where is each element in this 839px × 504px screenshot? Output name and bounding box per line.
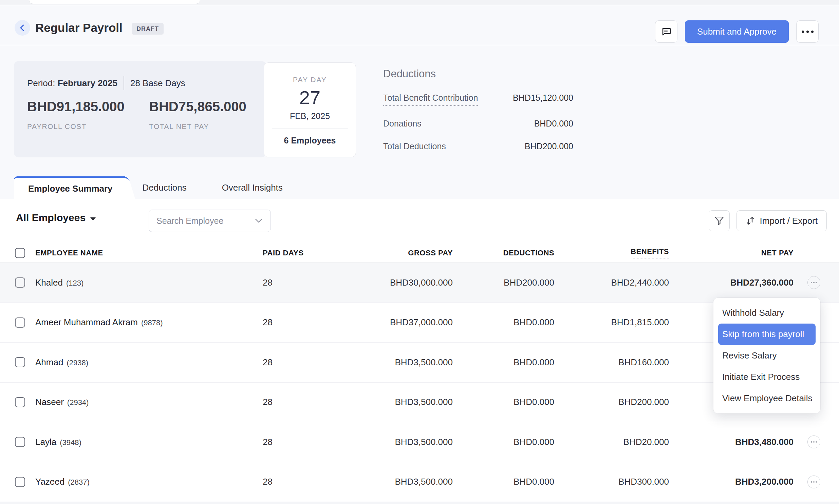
row-checkbox[interactable] [15, 437, 25, 447]
paid-days-value: 28 [263, 397, 324, 407]
period-value: February 2025 [58, 78, 118, 88]
employee-filter-label: All Employees [16, 212, 86, 223]
page-title: Regular Payroll [35, 21, 123, 35]
filter-button[interactable] [709, 210, 730, 231]
menu-item-view-employee-details[interactable]: View Employee Details [718, 388, 816, 409]
total-benefit-contribution-value: BHD15,120.000 [513, 93, 573, 103]
row-more-button[interactable] [807, 435, 820, 448]
payday-day: 27 [264, 87, 356, 109]
select-all-checkbox[interactable] [15, 248, 25, 258]
tab-overall-insights[interactable]: Overall Insights [204, 176, 300, 199]
employee-id: (9878) [141, 319, 163, 327]
column-header-gross-pay: GROSS PAY [324, 249, 453, 257]
menu-item-withhold-salary[interactable]: Withhold Salary [718, 302, 816, 324]
period-card: Period: February 2025 28 Base Days BHD91… [14, 61, 266, 157]
benefits-value: BHD2,440.000 [554, 277, 669, 288]
tab-employee-summary[interactable]: Employee Summary [14, 176, 125, 199]
total-net-pay-block: BHD75,865.000 TOTAL NET PAY [149, 99, 246, 130]
row-checkbox[interactable] [15, 477, 25, 487]
gross-pay-value: BHD3,500.000 [324, 397, 453, 407]
column-header-paid-days: PAID DAYS [263, 249, 324, 257]
row-more-button[interactable] [807, 475, 820, 488]
deduction-row: Total Deductions BHD200.000 [383, 141, 573, 151]
import-export-button[interactable]: Import / Export [736, 210, 827, 231]
funnel-icon [714, 216, 724, 226]
row-checkbox[interactable] [15, 318, 25, 328]
speech-bubble-icon [660, 25, 672, 38]
tab-bar: Employee Summary Deductions Overall Insi… [14, 176, 300, 199]
chevron-down-icon [254, 218, 263, 223]
payroll-run-page: Regular Payroll DRAFT Submit and Approve… [0, 0, 839, 504]
back-button[interactable] [15, 20, 30, 36]
payday-employee-count: 6 Employees [264, 136, 356, 145]
row-checkbox[interactable] [15, 357, 25, 367]
payday-card: PAY DAY 27 FEB, 2025 6 Employees [264, 62, 356, 157]
search-placeholder: Search Employee [156, 216, 223, 226]
employee-name: Ameer Muhammad Akram [35, 317, 138, 328]
benefits-value: BHD200.000 [554, 397, 669, 407]
deduction-row: Total Benefit Contribution BHD15,120.000 [383, 93, 573, 106]
total-deductions-value: BHD200.000 [525, 141, 573, 151]
period-line: Period: February 2025 28 Base Days [27, 76, 185, 90]
row-more-button[interactable] [807, 276, 820, 289]
employee-name: Yazeed [35, 476, 65, 487]
employee-filter-dropdown[interactable]: All Employees [16, 212, 96, 223]
more-options-button[interactable] [796, 20, 819, 43]
deductions-value: BHD200.000 [453, 277, 554, 288]
table-row[interactable]: Layla (3948) 28 BHD3,500.000 BHD0.000 BH… [0, 422, 839, 462]
employee-id: (2934) [67, 398, 89, 407]
submit-and-approve-button[interactable]: Submit and Approve [685, 20, 789, 43]
gross-pay-value: BHD3,500.000 [324, 476, 453, 487]
deduction-row: Donations BHD0.000 [383, 119, 573, 128]
paid-days-value: 28 [263, 317, 324, 328]
total-net-pay-label: TOTAL NET PAY [149, 123, 246, 130]
payday-label: PAY DAY [264, 76, 356, 84]
partial-searchbar [29, 0, 200, 4]
payday-month-year: FEB, 2025 [264, 111, 356, 121]
payroll-cost-value: BHD91,185.000 [27, 99, 125, 114]
paid-days-value: 28 [263, 357, 324, 368]
deductions-heading: Deductions [383, 68, 573, 80]
gross-pay-value: BHD37,000.000 [324, 317, 453, 328]
row-context-menu: Withhold Salary Skip from this payroll R… [713, 298, 820, 413]
gross-pay-value: BHD3,500.000 [324, 437, 453, 447]
net-pay-value: BHD3,480.000 [669, 437, 793, 447]
up-down-arrows-icon [746, 215, 755, 226]
row-checkbox[interactable] [15, 277, 25, 288]
deductions-value: BHD0.000 [453, 317, 554, 328]
benefits-value: BHD300.000 [554, 476, 669, 487]
deductions-panel: Deductions Total Benefit Contribution BH… [383, 68, 573, 151]
benefits-value: BHD20.000 [554, 437, 669, 447]
comment-button[interactable] [655, 20, 678, 43]
divider [272, 128, 348, 129]
column-header-net-pay: NET PAY [669, 249, 793, 257]
deductions-value: BHD0.000 [453, 397, 554, 407]
benefits-value: BHD1,815.000 [554, 317, 669, 328]
employee-id: (123) [66, 279, 84, 288]
bottom-strip [0, 502, 839, 504]
total-deductions-label: Total Deductions [383, 141, 446, 151]
gross-pay-value: BHD30,000.000 [324, 277, 453, 288]
table-row[interactable]: Khaled (123) 28 BHD30,000.000 BHD200.000… [0, 263, 839, 303]
top-strip [0, 0, 839, 5]
status-badge: DRAFT [132, 23, 163, 35]
total-benefit-contribution-label[interactable]: Total Benefit Contribution [383, 93, 478, 106]
menu-item-skip-from-payroll[interactable]: Skip from this payroll [718, 324, 816, 345]
donations-value: BHD0.000 [534, 119, 573, 128]
net-pay-value: BHD27,360.000 [669, 277, 793, 288]
toolbar-right: Import / Export [709, 210, 827, 231]
import-export-label: Import / Export [760, 216, 818, 226]
paid-days-value: 28 [263, 437, 324, 447]
menu-item-revise-salary[interactable]: Revise Salary [718, 345, 816, 366]
table-toolbar: All Employees Search Employee Import / E… [0, 199, 839, 243]
tab-deductions[interactable]: Deductions [125, 176, 204, 199]
table-row[interactable]: Yazeed (2837) 28 BHD3,500.000 BHD0.000 B… [0, 462, 839, 502]
period-label: Period: February 2025 [27, 78, 118, 89]
menu-item-initiate-exit-process[interactable]: Initiate Exit Process [718, 366, 816, 388]
employee-name: Naseer [35, 397, 64, 407]
column-header-benefits: BENEFITS [554, 247, 669, 258]
row-checkbox[interactable] [15, 397, 25, 407]
employee-id: (2938) [67, 359, 88, 367]
employee-name: Khaled [35, 277, 63, 288]
search-employee-select[interactable]: Search Employee [148, 210, 271, 232]
